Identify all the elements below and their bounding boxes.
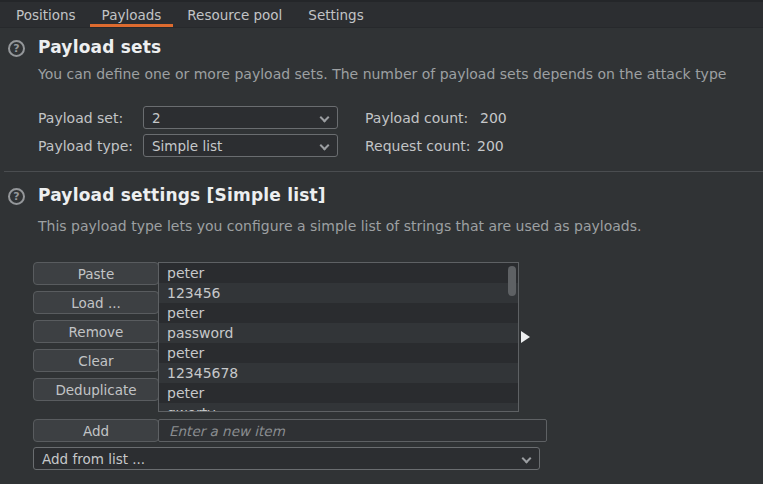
payload-type-value: Simple list — [152, 138, 222, 154]
add-from-list-select[interactable]: Add from list ... — [33, 447, 540, 470]
paste-button[interactable]: Paste — [33, 262, 159, 285]
payload-type-select[interactable]: Simple list — [143, 134, 338, 157]
payload-sets-heading: Payload sets — [38, 37, 161, 57]
payload-settings-heading: Payload settings [Simple list] — [38, 185, 326, 205]
button-label: Add — [83, 423, 109, 439]
list-item-text: peter — [167, 305, 204, 321]
button-label: Clear — [78, 353, 113, 369]
help-question-icon[interactable]: ? — [8, 40, 25, 57]
payload-set-select[interactable]: 2 — [143, 106, 338, 129]
list-item[interactable]: peter — [159, 263, 518, 283]
list-item[interactable]: peter — [159, 343, 518, 363]
tab-label: Settings — [308, 7, 363, 23]
load-button[interactable]: Load ... — [33, 291, 159, 314]
list-item-text: peter — [167, 345, 204, 361]
tab-label: Positions — [16, 7, 76, 23]
list-item[interactable]: qwerty — [159, 403, 518, 412]
list-item[interactable]: peter — [159, 303, 518, 323]
deduplicate-button[interactable]: Deduplicate — [33, 378, 159, 401]
request-count-label: Request count: — [365, 138, 471, 154]
request-count-value: 200 — [477, 138, 504, 154]
tab-payloads[interactable]: Payloads — [89, 2, 175, 27]
list-item[interactable]: peter — [159, 383, 518, 403]
list-item[interactable]: 123456 — [159, 283, 518, 303]
tab-resource-pool[interactable]: Resource pool — [174, 2, 295, 27]
scrollbar-thumb[interactable] — [508, 266, 516, 296]
add-button[interactable]: Add — [33, 419, 159, 442]
payload-list[interactable]: peter 123456 peter password peter 123456… — [158, 262, 519, 412]
tab-label: Resource pool — [187, 7, 282, 23]
clear-button[interactable]: Clear — [33, 349, 159, 372]
list-item-text: 12345678 — [167, 365, 238, 381]
tab-settings[interactable]: Settings — [295, 2, 376, 27]
list-item-text: password — [167, 325, 233, 341]
list-item[interactable]: password — [159, 323, 518, 343]
button-label: Paste — [78, 266, 114, 282]
tab-bar: Positions Payloads Resource pool Setting… — [0, 0, 763, 28]
help-question-icon[interactable]: ? — [8, 188, 25, 205]
payload-sets-description: You can define one or more payload sets.… — [38, 66, 726, 82]
list-item-text: 123456 — [167, 285, 220, 301]
tab-label: Payloads — [102, 7, 162, 23]
list-item[interactable]: 12345678 — [159, 363, 518, 383]
tab-positions[interactable]: Positions — [3, 2, 89, 27]
button-label: Remove — [69, 324, 124, 340]
button-label: Load ... — [71, 295, 121, 311]
chevron-down-icon — [522, 454, 532, 464]
add-from-list-value: Add from list ... — [42, 451, 145, 467]
payload-set-value: 2 — [152, 110, 161, 126]
list-item-text: peter — [167, 265, 204, 281]
payload-type-label: Payload type: — [38, 138, 133, 154]
new-item-input[interactable] — [158, 419, 547, 442]
payload-set-label: Payload set: — [38, 110, 123, 126]
payload-settings-description: This payload type lets you configure a s… — [38, 218, 641, 234]
button-label: Deduplicate — [55, 382, 136, 398]
payload-count-label: Payload count: — [365, 110, 468, 126]
selection-arrow-icon — [521, 331, 530, 343]
chevron-down-icon — [320, 113, 330, 123]
chevron-down-icon — [320, 141, 330, 151]
list-item-text: peter — [167, 385, 204, 401]
list-item-text: qwerty — [167, 405, 215, 412]
remove-button[interactable]: Remove — [33, 320, 159, 343]
payload-count-value: 200 — [480, 110, 507, 126]
section-divider — [4, 171, 763, 172]
